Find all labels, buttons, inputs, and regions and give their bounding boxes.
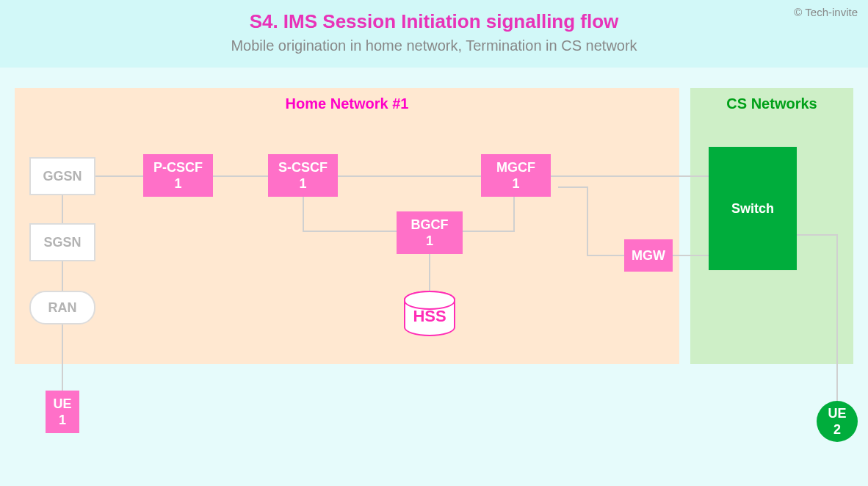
node-ue1: UE 1 (46, 391, 79, 433)
header-banner: S4. IMS Session Initiation signalling fl… (0, 0, 868, 68)
database-icon: HSS (404, 291, 455, 336)
node-mgcf: MGCF 1 (481, 154, 551, 197)
node-ran: RAN (29, 291, 95, 324)
region-home-network: Home Network #1 (15, 88, 679, 364)
node-sgsn: SGSN (29, 223, 95, 261)
region-home-label: Home Network #1 (15, 95, 679, 112)
copyright-text: © Tech-invite (794, 6, 858, 18)
hss-label: HSS (413, 307, 446, 326)
page-title: S4. IMS Session Initiation signalling fl… (0, 10, 868, 33)
page-subtitle: Mobile origination in home network, Term… (0, 37, 868, 54)
node-bgcf: BGCF 1 (397, 211, 463, 254)
diagram-canvas: Home Network #1 CS Networks GGSN SGSN RA… (0, 73, 868, 486)
node-hss: HSS (404, 291, 455, 336)
node-ue2: UE 2 (817, 401, 858, 442)
region-cs-label: CS Networks (690, 95, 853, 112)
node-pcscf: P-CSCF 1 (143, 154, 213, 197)
node-switch: Switch (709, 147, 797, 270)
node-mgw: MGW (624, 239, 673, 272)
node-scscf: S-CSCF 1 (268, 154, 338, 197)
node-ggsn: GGSN (29, 157, 95, 195)
